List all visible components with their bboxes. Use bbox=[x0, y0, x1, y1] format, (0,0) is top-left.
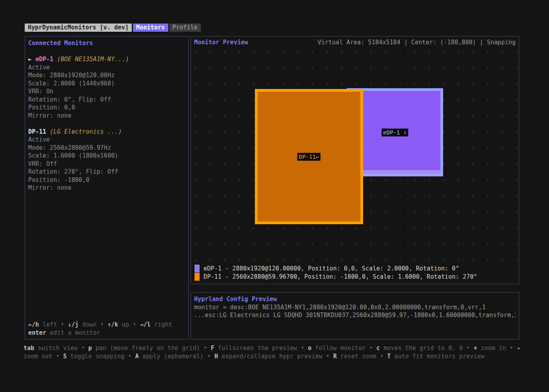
help-key: enter bbox=[28, 329, 46, 336]
help-key: H bbox=[215, 353, 218, 360]
help-separator: • bbox=[78, 345, 89, 352]
help-bar: tab switch view • p pan (move freely on … bbox=[24, 344, 532, 361]
help-key: tab bbox=[24, 345, 35, 352]
help-key: A bbox=[135, 353, 139, 360]
help-separator: • bbox=[297, 345, 308, 352]
selection-arrow-icon: ► bbox=[28, 56, 35, 63]
monitor-detail-line: Active bbox=[28, 136, 185, 144]
monitor-detail-line: VRR: On bbox=[28, 87, 185, 96]
monitor-detail-line: Position: -1800,0 bbox=[28, 176, 185, 184]
help-separator: • bbox=[124, 353, 135, 360]
monitor-rect-dp-11-label: DP-11← bbox=[297, 153, 320, 161]
config-title: Hyprland Config Preview bbox=[194, 295, 516, 303]
help-desc: apply (ephemeral) bbox=[139, 353, 204, 360]
help-key: ↑/k bbox=[107, 321, 118, 328]
preview-title: Monitor Preview bbox=[194, 38, 248, 47]
help-desc: fullscreen the preview bbox=[215, 345, 297, 352]
legend-row-dp-11: DP-11 - 2560x2880@59.96700, Position: -1… bbox=[195, 272, 477, 281]
help-desc: reset zoom bbox=[337, 353, 376, 360]
hyprland-config-panel: Hyprland Config Preview monitor = desc:B… bbox=[191, 292, 519, 339]
monitor-detail-line: Position: 0,0 bbox=[28, 103, 185, 112]
help-separator: • bbox=[204, 353, 215, 360]
help-desc: expand/collapse hypr preview bbox=[218, 353, 322, 360]
tab-profile[interactable]: Profile bbox=[169, 24, 201, 32]
help-key: T bbox=[387, 353, 391, 360]
legend-text: eDP-1 - 2880x1920@120.00000, Position: 0… bbox=[204, 265, 459, 272]
preview-legend: eDP-1 - 2880x1920@120.00000, Position: 0… bbox=[195, 264, 477, 281]
help-key: R bbox=[333, 353, 337, 360]
app-title: HyprDynamicMonitors [v. dev] bbox=[25, 24, 132, 32]
help-separator: • bbox=[52, 353, 63, 360]
help-key: + bbox=[474, 345, 477, 352]
config-line: monitor = desc:BOE NE135A1M-NY1,2880x192… bbox=[194, 303, 516, 312]
monitor-detail-line: Active bbox=[28, 64, 185, 72]
help-bar-line-1: tab switch view • p pan (move freely on … bbox=[24, 344, 532, 352]
help-separator: • bbox=[96, 321, 107, 328]
monitor-rect-dp-11[interactable]: DP-11← bbox=[255, 89, 363, 224]
help-separator: • bbox=[129, 321, 140, 328]
help-desc: auto fit monitors preview bbox=[391, 353, 485, 360]
preview-header: Monitor Preview Virtual Area: 5184x5184 … bbox=[191, 36, 519, 47]
monitor-detail-line: Mode: 2880x1920@120.00Hz bbox=[28, 71, 185, 80]
legend-swatch-edp-1 bbox=[195, 265, 200, 272]
help-desc: toggle snapping bbox=[67, 353, 124, 360]
tab-monitors[interactable]: Monitors bbox=[133, 24, 168, 32]
monitor-detail-line: Mirror: none bbox=[28, 184, 185, 192]
monitor-list-item-dp-11[interactable]: DP-11 (LG Electronics ...)ActiveMode: 25… bbox=[28, 128, 185, 192]
help-desc: down bbox=[79, 321, 97, 328]
monitor-detail-line: Rotation: 0°, Flip: Off bbox=[28, 96, 185, 104]
monitor-rect-edp-1-label: eDP-1 ↑ bbox=[382, 129, 408, 136]
monitor-name: eDP-1 bbox=[35, 56, 53, 63]
monitor-detail-line: VRR: Off bbox=[28, 160, 185, 168]
monitor-description: (LG Electronics ...) bbox=[46, 128, 122, 135]
help-key: ↓/j bbox=[68, 321, 79, 328]
monitor-detail-line: Scale: 2.0000 (1440x960) bbox=[28, 80, 185, 88]
spacer bbox=[28, 47, 185, 56]
help-separator: • bbox=[376, 353, 387, 360]
sidebar-keybind-enter: enter edit a monitor bbox=[28, 329, 185, 337]
config-line: ...esc:LG Electronics LG SDQHD 301NTBKDU… bbox=[194, 311, 516, 319]
sidebar-keybind-nav: ←/h left • ↓/j down • ↑/k up • →/l right bbox=[28, 321, 185, 329]
help-desc: moves the grid to 0, 0 bbox=[380, 345, 463, 352]
legend-swatch-dp-11 bbox=[195, 273, 200, 281]
help-desc: follow monitor bbox=[312, 345, 366, 352]
monitor-list-item-edp-1[interactable]: ► eDP-1 (BOE NE135A1M-NY...)ActiveMode: … bbox=[28, 55, 185, 120]
help-desc: pan (move freely on the grid) bbox=[92, 345, 200, 352]
help-desc: zoom in bbox=[477, 345, 506, 352]
monitor-preview-panel: Monitor Preview Virtual Area: 5184x5184 … bbox=[191, 36, 519, 284]
monitor-list: ► eDP-1 (BOE NE135A1M-NY...)ActiveMode: … bbox=[28, 55, 185, 192]
monitor-detail-line: Mode: 2560x2880@59.97Hz bbox=[28, 144, 185, 152]
help-separator: • bbox=[57, 321, 68, 328]
help-separator: • bbox=[200, 345, 211, 352]
help-key: F bbox=[211, 345, 214, 352]
help-separator: • bbox=[365, 345, 376, 352]
monitor-description: (BOE NE135A1M-NY...) bbox=[53, 56, 129, 63]
help-separator: • bbox=[322, 353, 333, 360]
monitor-detail-line: Rotation: 270°, Flip: Off bbox=[28, 168, 185, 176]
help-desc: zoom out bbox=[24, 353, 52, 360]
help-desc: edit a monitor bbox=[46, 329, 100, 336]
tab-bar: HyprDynamicMonitors [v. dev] Monitors Pr… bbox=[25, 24, 201, 32]
help-key: S bbox=[63, 353, 67, 360]
help-key: c bbox=[376, 345, 380, 352]
help-desc: right bbox=[151, 321, 172, 328]
sidebar-footer: ←/h left • ↓/j down • ↑/k up • →/l right… bbox=[28, 321, 185, 337]
monitor-heading: ► eDP-1 (BOE NE135A1M-NY...) bbox=[28, 55, 185, 64]
sidebar-title: Connected Monitors bbox=[28, 39, 185, 47]
monitor-name: DP-11 bbox=[28, 128, 46, 135]
monitor-detail-line: Scale: 1.6000 (1800x1600) bbox=[28, 152, 185, 160]
help-key: o bbox=[308, 345, 311, 352]
spacer bbox=[28, 120, 185, 128]
monitor-detail-line: Mirror: none bbox=[28, 112, 185, 120]
help-separator: • bbox=[463, 345, 474, 352]
help-desc: left bbox=[39, 321, 57, 328]
connected-monitors-panel: Connected Monitors ► eDP-1 (BOE NE135A1M… bbox=[25, 36, 189, 339]
monitor-heading: DP-11 (LG Electronics ...) bbox=[28, 128, 185, 136]
preview-status: Virtual Area: 5184x5184 | Center: (-180,… bbox=[318, 38, 516, 47]
help-desc: switch view bbox=[35, 345, 78, 352]
help-key: →/l bbox=[140, 321, 151, 328]
help-separator: • bbox=[506, 345, 517, 352]
help-bar-line-2: zoom out • S toggle snapping • A apply (… bbox=[24, 352, 532, 361]
help-desc: up bbox=[118, 321, 129, 328]
legend-text: DP-11 - 2560x2880@59.96700, Position: -1… bbox=[204, 273, 477, 280]
